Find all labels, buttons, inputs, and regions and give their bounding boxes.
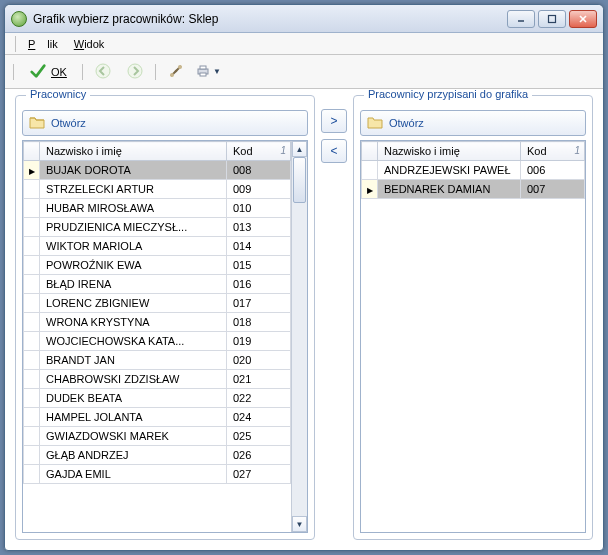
cell-code: 025 xyxy=(227,427,291,446)
row-indicator: ▶ xyxy=(362,180,378,199)
table-row[interactable]: ▶BEDNAREK DAMIAN007 xyxy=(362,180,585,199)
row-indicator: ▶ xyxy=(24,161,40,180)
left-grid[interactable]: Nazwisko i imię Kod1 ▶BUJAK DOROTA008STR… xyxy=(23,141,291,532)
table-row[interactable]: GAJDA EMIL027 xyxy=(24,465,291,484)
cell-code: 015 xyxy=(227,256,291,275)
scroll-track[interactable] xyxy=(292,157,307,516)
table-row[interactable]: BRANDT JAN020 xyxy=(24,351,291,370)
cell-code: 017 xyxy=(227,294,291,313)
toolbar: OK ▼ xyxy=(5,55,603,89)
open-button-right[interactable]: Otwórz xyxy=(389,117,424,129)
table-row[interactable]: CHABROWSKI ZDZISŁAW021 xyxy=(24,370,291,389)
row-indicator xyxy=(24,465,40,484)
cell-code: 026 xyxy=(227,446,291,465)
maximize-button[interactable] xyxy=(538,10,566,28)
left-col-name[interactable]: Nazwisko i imię xyxy=(40,142,227,161)
print-button[interactable]: ▼ xyxy=(194,59,222,85)
back-icon xyxy=(95,63,111,81)
row-indicator xyxy=(24,351,40,370)
ok-button[interactable]: OK xyxy=(20,59,76,85)
row-indicator xyxy=(24,294,40,313)
close-button[interactable] xyxy=(569,10,597,28)
left-panel-toolbar: Otwórz xyxy=(22,110,308,136)
row-indicator xyxy=(24,370,40,389)
svg-point-6 xyxy=(178,65,182,69)
folder-icon xyxy=(367,115,383,131)
svg-point-4 xyxy=(96,64,110,78)
row-indicator xyxy=(24,313,40,332)
group-employees: Pracownicy Otwórz Nazwisko i imię Kod1 ▶… xyxy=(15,95,315,540)
cell-name: GŁĄB ANDRZEJ xyxy=(40,446,227,465)
table-row[interactable]: DUDEK BEATA022 xyxy=(24,389,291,408)
table-row[interactable]: GŁĄB ANDRZEJ026 xyxy=(24,446,291,465)
table-row[interactable]: ANDRZEJEWSKI PAWEŁ006 xyxy=(362,161,585,180)
table-row[interactable]: STRZELECKI ARTUR009 xyxy=(24,180,291,199)
group-assigned: Pracownicy przypisani do grafika Otwórz … xyxy=(353,95,593,540)
svg-rect-10 xyxy=(200,73,206,76)
cell-name: WIKTOR MARIOLA xyxy=(40,237,227,256)
table-row[interactable]: WRONA KRYSTYNA018 xyxy=(24,313,291,332)
row-indicator xyxy=(24,180,40,199)
cell-name: BEDNAREK DAMIAN xyxy=(378,180,521,199)
nav-back-button[interactable] xyxy=(89,59,117,85)
cell-name: BRANDT JAN xyxy=(40,351,227,370)
tools-button[interactable] xyxy=(162,59,190,85)
cell-code: 020 xyxy=(227,351,291,370)
cell-name: BUJAK DOROTA xyxy=(40,161,227,180)
menu-file[interactable]: Plik xyxy=(22,36,64,52)
row-indicator xyxy=(24,408,40,427)
cell-code: 024 xyxy=(227,408,291,427)
row-indicator xyxy=(24,389,40,408)
cell-code: 009 xyxy=(227,180,291,199)
left-scrollbar[interactable]: ▲ ▼ xyxy=(291,141,307,532)
table-row[interactable]: LORENC ZBIGNIEW017 xyxy=(24,294,291,313)
move-left-button[interactable]: < xyxy=(321,139,347,163)
print-icon xyxy=(195,63,211,81)
cell-name: HUBAR MIROSŁAWA xyxy=(40,199,227,218)
table-row[interactable]: PRUDZIENICA MIECZYSŁ...013 xyxy=(24,218,291,237)
cell-code: 010 xyxy=(227,199,291,218)
scroll-up-button[interactable]: ▲ xyxy=(292,141,307,157)
table-row[interactable]: GWIAZDOWSKI MAREK025 xyxy=(24,427,291,446)
cell-name: PRUDZIENICA MIECZYSŁ... xyxy=(40,218,227,237)
cell-name: BŁĄD IRENA xyxy=(40,275,227,294)
move-right-button[interactable]: > xyxy=(321,109,347,133)
cell-code: 027 xyxy=(227,465,291,484)
app-window: Grafik wybierz pracowników: Sklep Plik W… xyxy=(4,4,604,551)
table-row[interactable]: WOJCIECHOWSKA KATA...019 xyxy=(24,332,291,351)
row-indicator xyxy=(24,256,40,275)
open-button-left[interactable]: Otwórz xyxy=(51,117,86,129)
folder-icon xyxy=(29,115,45,131)
table-row[interactable]: HAMPEL JOLANTA024 xyxy=(24,408,291,427)
cell-name: DUDEK BEATA xyxy=(40,389,227,408)
menu-view[interactable]: Widok xyxy=(68,36,111,52)
legend-assigned: Pracownicy przypisani do grafika xyxy=(364,89,532,100)
svg-point-7 xyxy=(170,73,174,77)
table-row[interactable]: BŁĄD IRENA016 xyxy=(24,275,291,294)
right-grid[interactable]: Nazwisko i imię Kod1 ANDRZEJEWSKI PAWEŁ0… xyxy=(361,141,585,532)
tools-icon xyxy=(168,63,184,81)
minimize-button[interactable] xyxy=(507,10,535,28)
left-col-code[interactable]: Kod1 xyxy=(227,142,291,161)
table-row[interactable]: HUBAR MIROSŁAWA010 xyxy=(24,199,291,218)
menu-grip xyxy=(15,36,16,52)
check-icon xyxy=(29,62,47,82)
right-panel-toolbar: Otwórz xyxy=(360,110,586,136)
cell-name: GWIAZDOWSKI MAREK xyxy=(40,427,227,446)
menubar: Plik Widok xyxy=(5,33,603,55)
table-row[interactable]: ▶BUJAK DOROTA008 xyxy=(24,161,291,180)
right-row-indicator-header xyxy=(362,142,378,161)
table-row[interactable]: POWROŹNIK EWA015 xyxy=(24,256,291,275)
cell-name: WOJCIECHOWSKA KATA... xyxy=(40,332,227,351)
nav-forward-button[interactable] xyxy=(121,59,149,85)
scroll-down-button[interactable]: ▼ xyxy=(292,516,307,532)
table-row[interactable]: WIKTOR MARIOLA014 xyxy=(24,237,291,256)
scroll-thumb[interactable] xyxy=(293,157,306,203)
cell-code: 016 xyxy=(227,275,291,294)
right-col-code[interactable]: Kod1 xyxy=(521,142,585,161)
left-row-indicator-header xyxy=(24,142,40,161)
row-indicator xyxy=(362,161,378,180)
titlebar: Grafik wybierz pracowników: Sklep xyxy=(5,5,603,33)
svg-point-5 xyxy=(128,64,142,78)
right-col-name[interactable]: Nazwisko i imię xyxy=(378,142,521,161)
